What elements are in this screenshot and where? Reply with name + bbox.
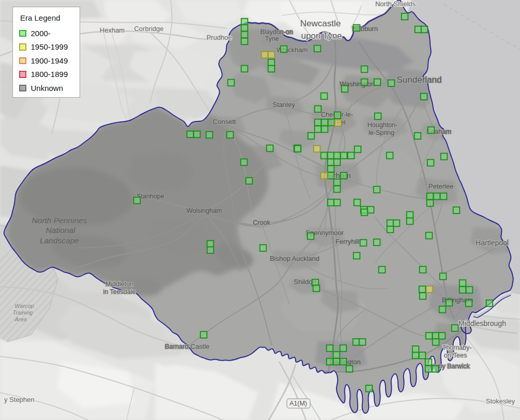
svg-text:Sunderland: Sunderland xyxy=(397,75,442,85)
svg-text:North Shields: North Shields xyxy=(375,0,416,8)
svg-text:Stokesley: Stokesley xyxy=(486,397,515,405)
svg-text:Warcop: Warcop xyxy=(14,303,34,309)
svg-text:Landscape: Landscape xyxy=(40,236,79,245)
svg-text:A1(M): A1(M) xyxy=(289,400,307,407)
svg-text:Houghton-: Houghton- xyxy=(368,121,397,129)
svg-text:Tyne: Tyne xyxy=(265,35,279,42)
svg-text:Corbridge: Corbridge xyxy=(134,25,163,33)
svg-text:Wolsingham: Wolsingham xyxy=(187,207,222,214)
svg-text:Prudhoe: Prudhoe xyxy=(206,34,232,41)
svg-text:Middleton: Middleton xyxy=(105,281,133,288)
svg-text:Consett: Consett xyxy=(213,118,236,126)
svg-text:y Stephen: y Stephen xyxy=(4,396,35,403)
svg-text:Bishop Auckland: Bishop Auckland xyxy=(270,255,319,262)
svg-text:le-Spring: le-Spring xyxy=(369,129,394,136)
svg-text:Hexham: Hexham xyxy=(100,26,125,34)
svg-text:Crook: Crook xyxy=(253,219,270,226)
svg-text:Stanley: Stanley xyxy=(272,101,295,108)
svg-text:Barnard Castle: Barnard Castle xyxy=(165,343,210,350)
svg-text:Blaydon-on: Blaydon-on xyxy=(260,28,293,36)
svg-text:Stanhope: Stanhope xyxy=(136,193,164,200)
svg-text:National: National xyxy=(46,226,75,235)
svg-text:North Pennines: North Pennines xyxy=(32,216,87,225)
svg-text:Middlesbrough: Middlesbrough xyxy=(458,319,506,328)
svg-text:upon Tyne: upon Tyne xyxy=(301,31,342,41)
svg-text:Thornaby-: Thornaby- xyxy=(442,344,472,351)
svg-text:Training: Training xyxy=(13,309,34,316)
svg-text:Peterlee: Peterlee xyxy=(429,182,453,190)
svg-text:Area: Area xyxy=(14,316,26,322)
svg-text:on-Tees: on-Tees xyxy=(444,352,467,359)
svg-text:Ferryhill: Ferryhill xyxy=(335,238,359,245)
svg-text:Newcastle: Newcastle xyxy=(300,19,341,28)
svg-text:in Teesdale: in Teesdale xyxy=(103,288,135,295)
svg-text:Hartlepool: Hartlepool xyxy=(476,239,509,247)
